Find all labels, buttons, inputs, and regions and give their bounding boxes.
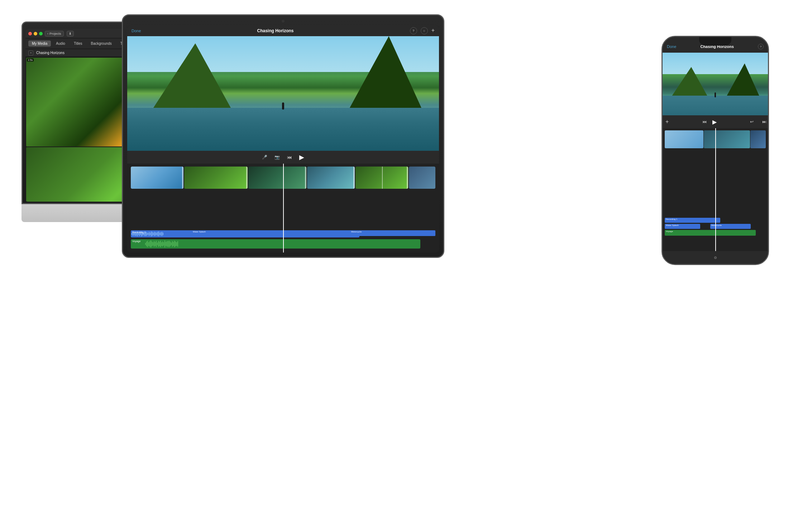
wbar-g [157, 242, 158, 246]
preview-person [282, 102, 284, 110]
iphone-bottom-bar: ⚙ [663, 251, 768, 264]
ipad-play-button[interactable]: ▶ [299, 153, 304, 161]
ipad-timeline: Recording 1 [127, 164, 439, 252]
tab-my-media[interactable]: My Media [28, 40, 51, 47]
ipad-video-clip-2[interactable] [184, 167, 248, 189]
wbar [150, 232, 151, 236]
ipad-motorcycle-label: Motorcycle [351, 231, 362, 233]
iphone-notch [699, 37, 731, 45]
iphone-track-watersplash[interactable]: Water Splash [665, 224, 700, 229]
iphone-voyage-label: Voyage [666, 230, 673, 232]
iphone-track-motorcycle[interactable]: Motorcycle [710, 224, 751, 229]
wbar-g [147, 241, 148, 247]
ipad-audio-track-watersplash[interactable]: Water Splash [192, 230, 268, 236]
ipad-screen: Done Chasing Horizons ? ○ + [127, 25, 439, 252]
wbar [147, 232, 147, 236]
wbar-g [167, 241, 167, 246]
ipad-audio-track-motorcycle[interactable]: Motorcycle [350, 230, 435, 236]
ipad-done-button[interactable]: Done [132, 29, 141, 33]
iphone-rewind-button[interactable]: ⏮ [702, 119, 707, 124]
wbar-g [153, 242, 153, 246]
iphone-add-button[interactable]: + [665, 119, 669, 125]
iphone-mountain-right [725, 63, 761, 99]
ipad-device: Done Chasing Horizons ? ○ + [122, 14, 444, 258]
iphone-undo-button[interactable]: ↩ [750, 119, 754, 124]
ipad-body: Done Chasing Horizons ? ○ + [122, 14, 444, 258]
tab-audio[interactable]: Audio [52, 40, 69, 47]
wbar [162, 232, 162, 236]
fullscreen-button[interactable] [39, 32, 43, 35]
wbar-g [162, 241, 163, 246]
iphone-settings-icon[interactable]: ⚙ [714, 256, 717, 260]
wbar [163, 232, 163, 235]
wbar [153, 232, 154, 235]
clip-handle-1[interactable] [182, 167, 183, 189]
wbar [161, 232, 161, 236]
iphone-help-button[interactable]: ? [758, 44, 764, 49]
preview-mountain-right [346, 36, 425, 115]
iphone-preview [663, 53, 768, 115]
wbar [156, 232, 157, 235]
wbar-g [156, 241, 157, 247]
ipad-camera [282, 20, 285, 23]
scene: ‹ Projects ⬇ Chasing Horizons ⬆ My Media… [0, 0, 812, 505]
ipad-video-clip-4[interactable] [307, 167, 355, 189]
ipad-help-button[interactable]: ? [410, 27, 417, 34]
imovie-iphone-app: Done Chasing Horizons ? [663, 37, 768, 264]
ipad-preview-image [127, 36, 439, 151]
iphone-forward-button[interactable]: ⏭ [762, 119, 766, 124]
wbar-g [176, 242, 177, 246]
ipad-audio-track-voyage[interactable]: Voyage [131, 239, 420, 249]
sidebar-toggle-button[interactable]: ≡ [28, 50, 33, 56]
iphone-timeline: Recording 1 Water Splash Motorcycle Voya… [663, 128, 768, 251]
minimize-button[interactable] [34, 32, 37, 35]
wbar-g [148, 242, 149, 246]
ipad-voyage-label: Voyage [132, 240, 140, 242]
thumb-duration-badge: 2.5s [27, 58, 34, 62]
ipad-video-clip-3[interactable] [248, 167, 306, 189]
clip-handle-3[interactable] [305, 167, 306, 189]
wbar-g [161, 242, 162, 246]
iphone-mountain-left [670, 67, 709, 99]
iphone-video-clip-3[interactable] [750, 130, 766, 148]
ipad-camera-button[interactable]: 📷 [274, 155, 280, 160]
iphone-video-clip-2[interactable] [704, 130, 750, 148]
wbar-g [164, 240, 165, 247]
wbar-g [146, 241, 147, 246]
ipad-titlebar: Done Chasing Horizons ? ○ + [127, 25, 439, 36]
wbar-g [154, 241, 154, 247]
clip-handle-2[interactable] [246, 167, 248, 189]
ipad-project-title: Chasing Horizons [141, 28, 410, 33]
iphone-done-button[interactable]: Done [667, 44, 676, 49]
close-button[interactable] [28, 32, 32, 35]
ipad-add-button[interactable]: + [431, 27, 435, 34]
wbar [148, 233, 148, 235]
iphone-video-clip-1[interactable] [665, 130, 703, 148]
clip-handle-4[interactable] [353, 167, 355, 189]
ipad-rewind-button[interactable]: ⏮ [287, 154, 292, 160]
voyage-waveform [131, 239, 420, 249]
projects-back-button[interactable]: ‹ Projects [45, 31, 64, 37]
tab-backgrounds[interactable]: Backgrounds [87, 40, 115, 47]
clip-handle-5[interactable] [407, 167, 408, 189]
wbar-g [174, 241, 175, 247]
ipad-mic-button[interactable]: 🎤 [262, 155, 267, 160]
preview-mountain-left [149, 43, 235, 115]
ipad-video-clip-6[interactable] [409, 167, 435, 189]
ipad-clock-button[interactable]: ○ [421, 27, 428, 34]
iphone-preview-image [663, 53, 768, 115]
wbar [152, 232, 153, 236]
iphone-track-voyage[interactable]: Voyage [665, 230, 756, 236]
mac-import-button[interactable]: ⬇ [67, 31, 74, 37]
iphone-track-recording1[interactable]: Recording 1 [665, 218, 720, 223]
ipad-video-clip-1[interactable] [131, 167, 183, 189]
tab-titles[interactable]: Titles [70, 40, 86, 47]
ipad-preview [127, 36, 439, 151]
ipad-video-clip-5[interactable] [355, 167, 408, 189]
projects-back-label: Projects [49, 32, 61, 35]
iphone-play-button[interactable]: ▶ [712, 119, 717, 125]
chevron-left-icon: ‹ [47, 32, 48, 35]
wbar-g [177, 241, 178, 247]
wbar-g [145, 243, 146, 245]
ipad-title-actions: ? ○ + [410, 27, 435, 34]
